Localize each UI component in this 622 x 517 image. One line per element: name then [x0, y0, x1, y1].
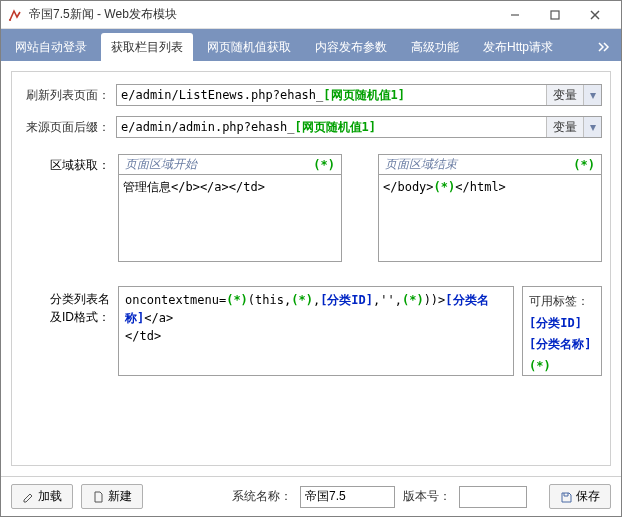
tag-wildcard[interactable]: (*) — [529, 356, 595, 378]
tab-advanced[interactable]: 高级功能 — [401, 33, 469, 61]
document-icon — [92, 491, 104, 503]
tab-random-value[interactable]: 网页随机值获取 — [197, 33, 301, 61]
svg-rect-2 — [551, 11, 559, 19]
tab-auto-login[interactable]: 网站自动登录 — [5, 33, 97, 61]
refresh-list-var-badge[interactable]: 变量 — [546, 85, 583, 105]
region-label: 区域获取： — [20, 154, 110, 174]
sysname-label: 系统名称： — [232, 488, 292, 505]
refresh-list-dropdown-icon[interactable]: ▾ — [583, 85, 601, 105]
tags-header: 可用标签： — [529, 291, 595, 313]
tag-category-id[interactable]: [分类ID] — [529, 313, 595, 335]
cls-format-textarea[interactable]: oncontextmenu=(*)(this,(*),[分类ID],'',(*)… — [118, 286, 514, 376]
close-button[interactable] — [575, 2, 615, 28]
tab-overflow-button[interactable] — [593, 33, 617, 61]
maximize-button[interactable] — [535, 2, 575, 28]
region-start-header: 页面区域开始 (*) — [118, 154, 342, 174]
tag-category-name[interactable]: [分类名称] — [529, 334, 595, 356]
svg-point-0 — [9, 18, 11, 20]
app-icon — [7, 7, 23, 23]
region-end-textarea[interactable]: </body>(*)</html> — [378, 174, 602, 262]
edit-icon — [22, 491, 34, 503]
tab-http-request[interactable]: 发布Http请求 — [473, 33, 563, 61]
source-suffix-label: 来源页面后缀： — [20, 119, 110, 136]
refresh-list-label: 刷新列表页面： — [20, 87, 110, 104]
available-tags-box: 可用标签： [分类ID] [分类名称] (*) — [522, 286, 602, 376]
cls-label: 分类列表名 及ID格式： — [20, 286, 110, 326]
window-title: 帝国7.5新闻 - Web发布模块 — [29, 6, 495, 23]
new-button[interactable]: 新建 — [81, 484, 143, 509]
refresh-list-value: e/admin/ListEnews.php?ehash_[网页随机值1] — [117, 87, 546, 104]
region-end-header: 页面区域结束 (*) — [378, 154, 602, 174]
version-label: 版本号： — [403, 488, 451, 505]
tab-publish-params[interactable]: 内容发布参数 — [305, 33, 397, 61]
region-start-textarea[interactable]: 管理信息</b></a></td> — [118, 174, 342, 262]
source-suffix-var-badge[interactable]: 变量 — [546, 117, 583, 137]
save-button[interactable]: 保存 — [549, 484, 611, 509]
source-suffix-combo[interactable]: e/admin/admin.php?ehash_[网页随机值1] 变量 ▾ — [116, 116, 602, 138]
minimize-button[interactable] — [495, 2, 535, 28]
source-suffix-value: e/admin/admin.php?ehash_[网页随机值1] — [117, 119, 546, 136]
sysname-input[interactable] — [300, 486, 395, 508]
save-icon — [560, 491, 572, 503]
tab-column-list[interactable]: 获取栏目列表 — [101, 33, 193, 61]
refresh-list-combo[interactable]: e/admin/ListEnews.php?ehash_[网页随机值1] 变量 … — [116, 84, 602, 106]
source-suffix-dropdown-icon[interactable]: ▾ — [583, 117, 601, 137]
version-input[interactable] — [459, 486, 527, 508]
load-button[interactable]: 加载 — [11, 484, 73, 509]
